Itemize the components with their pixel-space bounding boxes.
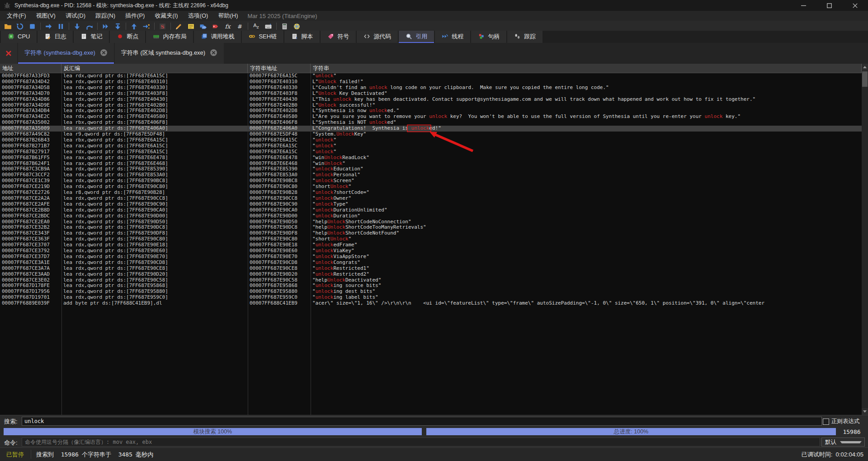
table-row[interactable]: 00007FF687CE3E02lea rdx,qword ptr ds:[7F… — [0, 278, 862, 283]
table-row[interactable]: 00007FF687CE3707lea rdx,qword ptr ds:[7F… — [0, 242, 862, 248]
close-tab-icon[interactable] — [210, 49, 217, 56]
table-row[interactable]: 00007FF687CE3A1Elea rdx,qword ptr ds:[7F… — [0, 260, 862, 266]
scroll-up-icon[interactable] — [862, 64, 868, 71]
comment-icon[interactable] — [185, 21, 197, 31]
table-row[interactable]: 00007FF687CE363Flea rdx,qword ptr ds:[7F… — [0, 236, 862, 242]
menu-item[interactable]: 跟踪(N) — [90, 11, 120, 21]
maximize-button[interactable] — [816, 0, 842, 11]
hash-icon[interactable]: # — [234, 21, 246, 31]
scrollbar-thumb[interactable] — [862, 71, 868, 87]
search-input[interactable] — [22, 417, 822, 426]
tab-源代码[interactable]: 源代码 — [357, 31, 398, 43]
table-row[interactable]: 00007FF687CE3792lea rdx,qword ptr ds:[7F… — [0, 248, 862, 254]
step-over-icon[interactable] — [83, 21, 95, 31]
column-header[interactable]: 反汇编 — [61, 64, 248, 73]
tab-跟踪[interactable]: 跟踪 — [507, 31, 542, 43]
regex-checkbox[interactable] — [823, 419, 829, 425]
calculator-icon[interactable] — [278, 21, 291, 31]
close-tab-icon[interactable] — [100, 49, 108, 56]
table-row[interactable]: 00007FF687A34DB4lea rdx,qword ptr ds:[7F… — [0, 108, 862, 114]
table-row[interactable]: 00007FF687CE2BDClea rdx,qword ptr ds:[7F… — [0, 213, 862, 219]
scroll-down-icon[interactable] — [862, 408, 868, 415]
table-row[interactable]: 00007FF687CE3A7Alea rdx,qword ptr ds:[7F… — [0, 266, 862, 272]
tab-线程[interactable]: 线程 — [435, 31, 470, 43]
tab-断点[interactable]: 断点 — [110, 31, 145, 43]
restart-icon[interactable] — [14, 21, 26, 31]
tab-脚本[interactable]: s脚本 — [284, 31, 320, 43]
column-separator[interactable] — [61, 73, 62, 415]
run-icon[interactable] — [42, 21, 55, 31]
table-row[interactable]: 00007FF687A49C82lea r9,qword ptr ds:[7FF… — [0, 132, 862, 137]
table-row[interactable]: 00007FF687A34D9Elea rdx,qword ptr ds:[7F… — [0, 103, 862, 108]
table-row[interactable]: 00007FF687A34D70lea rdx,qword ptr ds:[7F… — [0, 91, 862, 97]
menu-item[interactable]: 调试(D) — [61, 11, 90, 21]
execute-till-return-icon[interactable] — [99, 21, 112, 31]
table-row[interactable]: 00007FF687CE2726lea r8,qword ptr ds:[7FF… — [0, 190, 862, 196]
table-row[interactable]: 00007FF687CE32B2lea rdx,qword ptr ds:[7F… — [0, 225, 862, 230]
table-row[interactable]: 00007FF687A35002lea rbx,qword ptr ds:[7F… — [0, 120, 862, 126]
table-row[interactable]: 00007FF687B271B7lea rax,qword ptr ds:[7F… — [0, 143, 862, 149]
tab-笔记[interactable]: 笔记 — [74, 31, 109, 43]
tab-CPU[interactable]: CPU — [1, 31, 37, 43]
shortcuts-icon[interactable] — [262, 21, 274, 31]
pause-icon[interactable] — [55, 21, 67, 31]
column-header[interactable]: 字符串地址 — [248, 64, 311, 73]
column-separator[interactable] — [311, 73, 311, 415]
table-row[interactable]: 00007FF687CE37D7lea rdx,qword ptr ds:[7F… — [0, 254, 862, 260]
table-row[interactable]: 00007FF687CE1C39lea rdx,qword ptr ds:[7F… — [0, 178, 862, 184]
table-row[interactable]: 00007FF687CE2AFElea rdx,qword ptr ds:[7F… — [0, 202, 862, 207]
table-row[interactable]: 00007FF687A33FD3lea rdx,qword ptr ds:[7F… — [0, 73, 862, 79]
menu-item[interactable]: 收藏夹(I) — [150, 11, 183, 21]
trace-record-icon[interactable]: S — [156, 21, 169, 31]
table-row[interactable]: 00007FF687C3CCF2lea rdx,qword ptr ds:[7F… — [0, 172, 862, 178]
table-row[interactable]: 00007FF687B624F1lea rax,qword ptr ds:[7F… — [0, 161, 862, 167]
tab-引用[interactable]: 引用 — [399, 31, 434, 43]
menu-item[interactable]: 选项(O) — [183, 11, 213, 21]
run-to-user-code-icon[interactable] — [140, 21, 152, 31]
fx-icon[interactable]: fx — [222, 21, 234, 31]
table-row[interactable]: 00007FF687B61FF5lea rax,qword ptr ds:[7F… — [0, 155, 862, 161]
menu-item[interactable]: 插件(P) — [120, 11, 150, 21]
table-row[interactable]: 00007FF687CE2B8Dlea rdx,qword ptr ds:[7F… — [0, 207, 862, 213]
label-icon[interactable] — [197, 21, 209, 31]
table-row[interactable]: 00007FF687CE343Flea rdx,qword ptr ds:[7F… — [0, 230, 862, 236]
stop-icon[interactable] — [26, 21, 38, 31]
column-header[interactable]: 地址 — [0, 64, 61, 73]
bookmark-icon[interactable] — [209, 21, 222, 31]
tab-SEH链[interactable]: SEH链 — [242, 31, 283, 43]
tab-日志[interactable]: 日志 — [38, 31, 73, 43]
close-all-tabs-button[interactable] — [0, 43, 17, 64]
step-into-icon[interactable] — [71, 21, 83, 31]
table-row[interactable]: 00007FF687D178FElea rdx,qword ptr ds:[7F… — [0, 283, 862, 289]
menu-item[interactable]: 文件(F) — [2, 11, 31, 21]
column-header[interactable]: 字符串 — [311, 64, 862, 73]
sub-tab[interactable]: 字符串 (区域 synthesia-dbg.exe) — [115, 43, 224, 64]
table-row[interactable]: 00007FF687A34D58lea rdx,qword ptr ds:[7F… — [0, 85, 862, 91]
command-input[interactable] — [22, 437, 820, 447]
table-row[interactable]: 00007FF687CE2EA0lea rdx,qword ptr ds:[7F… — [0, 219, 862, 225]
vertical-scrollbar[interactable] — [862, 64, 868, 415]
table-row[interactable]: 00007FF687A34E2Clea rdx,qword ptr ds:[7F… — [0, 114, 862, 120]
tab-句柄[interactable]: 句柄 — [471, 31, 506, 43]
table-row[interactable]: 00007FF687CE3AADlea rdx,qword ptr ds:[7F… — [0, 272, 862, 278]
table-row[interactable]: 00007FF687A34D42lea rdx,qword ptr ds:[7F… — [0, 79, 862, 85]
table-row[interactable]: 00007FF687D17956lea rdx,qword ptr ds:[7F… — [0, 289, 862, 295]
table-row[interactable]: 00007FF687CE2A2Alea rdx,qword ptr ds:[7F… — [0, 196, 862, 202]
minimize-button[interactable] — [791, 0, 816, 11]
table-row[interactable]: 00007FF687CE219Dlea rdx,qword ptr ds:[7F… — [0, 184, 862, 190]
table-row[interactable]: 00007FF6889E039Fadd byte ptr ds:[7FF688C… — [0, 301, 862, 306]
table-row[interactable]: 00007FF687A35009lea rax,qword ptr ds:[7F… — [0, 126, 862, 132]
profile-dropdown[interactable]: 默认 — [821, 437, 865, 447]
tab-内存布局[interactable]: 内存布局 — [146, 31, 193, 43]
table-row[interactable]: 00007FF687A34D86lea rdx,qword ptr ds:[7F… — [0, 97, 862, 103]
menu-item[interactable]: 视图(V) — [31, 11, 61, 21]
column-separator[interactable] — [248, 73, 248, 415]
table-row[interactable]: 00007FF687B26B43lea rbx,qword ptr ds:[7F… — [0, 137, 862, 143]
sub-tab[interactable]: 字符串 (synthesia-dbg.exe) — [18, 43, 114, 64]
tab-符号[interactable]: 符号 — [321, 31, 356, 43]
close-button[interactable] — [842, 0, 868, 11]
az-icon[interactable]: Az — [250, 21, 262, 31]
memory-map-icon[interactable] — [291, 21, 303, 31]
regex-option[interactable]: 正则表达式 — [823, 418, 860, 425]
table-row[interactable]: 00007FF687D19701lea rdx,qword ptr ds:[7F… — [0, 295, 862, 301]
